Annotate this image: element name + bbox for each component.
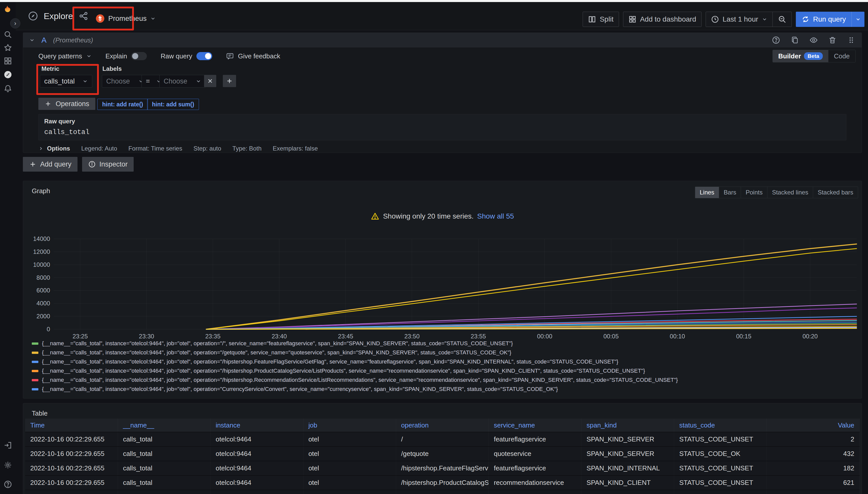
legend-item[interactable]: {__name__="calls_total", instance="otelc…	[32, 357, 859, 366]
column-header-service-name[interactable]: service_name	[489, 419, 581, 432]
column-header-status-code[interactable]: status_code	[674, 419, 767, 432]
sign-in-icon[interactable]	[3, 440, 13, 450]
legend-item[interactable]: {__name__="calls_total", instance="otelc…	[32, 366, 859, 376]
sidebar-expand-button[interactable]: ›	[10, 18, 20, 28]
run-query-button[interactable]: Run query	[796, 12, 865, 27]
table-cell: otelcol:9464	[211, 490, 303, 494]
share-icon[interactable]	[78, 11, 89, 21]
table-cell: /hipstershop.ProductCatalogS...	[396, 476, 489, 490]
query-hint-button[interactable]: hint: add rate()	[97, 99, 148, 110]
compass-icon[interactable]	[3, 70, 13, 80]
code-option[interactable]: Code	[828, 50, 855, 62]
column-header-value[interactable]: Value	[767, 419, 860, 432]
column-header-instance[interactable]: instance	[211, 419, 303, 432]
legend-item[interactable]: {__name__="calls_total", instance="otelc…	[32, 385, 859, 394]
table-cell: STATUS_CODE_UNSET	[674, 432, 767, 446]
graph-panel-title: Graph	[32, 187, 50, 195]
table-cell: /	[396, 432, 489, 446]
table-row[interactable]: 2022-10-16 00:22:29.655calls_totalotelco…	[25, 432, 860, 446]
label-name-select[interactable]: Choose	[102, 75, 148, 88]
table-cell: 621	[767, 476, 860, 490]
graph-mode-stacked-lines[interactable]: Stacked lines	[767, 187, 813, 198]
show-all-series-link[interactable]: Show all 55	[477, 212, 514, 220]
svg-text:8000: 8000	[37, 274, 50, 281]
table-cell: otel	[303, 476, 396, 490]
column-header-time[interactable]: Time	[25, 419, 118, 432]
label-value-select[interactable]: Choose	[159, 75, 205, 88]
table-cell: STATUS_CODE_OK	[674, 447, 767, 461]
legend-item[interactable]: {__name__="calls_total", instance="otelc…	[32, 348, 859, 357]
add-to-dashboard-button[interactable]: Add to dashboard	[623, 12, 702, 27]
sidebar	[0, 2, 16, 494]
query-help-icon[interactable]	[772, 36, 780, 44]
gear-icon[interactable]	[3, 460, 13, 470]
table-row[interactable]: 2022-10-16 00:22:29.655calls_totalotelco…	[25, 490, 860, 494]
help-icon[interactable]	[3, 479, 13, 490]
query-option-summary: Step: auto	[193, 145, 221, 152]
column-header-operation[interactable]: operation	[396, 419, 489, 432]
svg-text:12000: 12000	[33, 248, 50, 255]
column-header--name-[interactable]: __name__	[118, 419, 211, 432]
bell-icon[interactable]	[3, 83, 13, 93]
drag-handle-icon[interactable]	[847, 36, 855, 44]
inspector-button[interactable]: Inspector	[82, 157, 134, 172]
table-cell: 432	[767, 447, 860, 461]
add-label-filter-button[interactable]	[223, 75, 236, 87]
graph-mode-lines[interactable]: Lines	[695, 187, 719, 198]
datasource-name: Prometheus	[108, 15, 147, 23]
table-row[interactable]: 2022-10-16 00:22:29.655calls_totalotelco…	[25, 446, 860, 461]
split-button[interactable]: Split	[583, 12, 619, 27]
duplicate-query-icon[interactable]	[791, 36, 799, 44]
query-row-header[interactable]: A (Prometheus)	[23, 33, 862, 48]
chevron-down-icon	[150, 16, 156, 21]
column-header-job[interactable]: job	[303, 419, 396, 432]
add-query-button[interactable]: Add query	[23, 157, 77, 172]
remove-label-filter-button[interactable]	[204, 75, 216, 87]
query-patterns-dropdown[interactable]: Query patterns	[38, 52, 92, 60]
table-cell: 182	[767, 461, 860, 475]
legend-swatch	[32, 342, 38, 345]
run-query-caret[interactable]	[851, 12, 865, 27]
svg-text:23:45: 23:45	[338, 333, 353, 339]
table-cell: 2022-10-16 00:22:29.655	[25, 461, 118, 475]
query-option-summary: Legend: Auto	[81, 145, 117, 152]
star-icon[interactable]	[3, 43, 13, 53]
table-cell: SPAN_KIND_SERVER	[581, 490, 674, 494]
table-cell: SPAN_KIND_SERVER	[581, 432, 674, 446]
split-icon	[588, 15, 596, 23]
legend-label: {__name__="calls_total", instance="otelc…	[42, 340, 513, 347]
explore-compass-icon	[28, 11, 38, 21]
raw-query-toggle[interactable]	[196, 52, 212, 60]
zoom-out-button[interactable]	[773, 12, 792, 27]
operations-button[interactable]: Operations	[38, 98, 95, 110]
query-hint-button[interactable]: hint: add sum()	[147, 99, 199, 110]
metric-select[interactable]: calls_total	[40, 75, 92, 88]
graph-mode-points[interactable]: Points	[741, 187, 767, 198]
give-feedback-link[interactable]: Give feedback	[226, 52, 280, 60]
delete-query-icon[interactable]	[828, 36, 837, 44]
explain-toggle[interactable]	[131, 52, 147, 60]
svg-text:23:25: 23:25	[72, 333, 88, 339]
apps-icon[interactable]	[3, 56, 13, 66]
grafana-logo[interactable]	[2, 4, 13, 14]
legend-item[interactable]: {__name__="calls_total", instance="otelc…	[32, 339, 859, 348]
hide-query-icon[interactable]	[809, 36, 818, 44]
graph-mode-stacked-bars[interactable]: Stacked bars	[813, 187, 858, 198]
graph-canvas[interactable]: 0200040006000800010000120001400023:2523:…	[26, 230, 859, 339]
table-row[interactable]: 2022-10-16 00:22:29.655calls_totalotelco…	[25, 461, 860, 475]
topbar: Explore Prometheus Split Add to dashbo	[16, 2, 868, 30]
search-icon[interactable]	[3, 30, 13, 40]
builder-option[interactable]: Builder Beta	[773, 50, 828, 62]
legend-item[interactable]: {__name__="calls_total", instance="otelc…	[32, 376, 859, 385]
svg-text:23:40: 23:40	[272, 333, 287, 339]
legend-label: {__name__="calls_total", instance="otelc…	[42, 358, 618, 365]
graph-mode-bars[interactable]: Bars	[719, 187, 741, 198]
column-header-span-kind[interactable]: span_kind	[581, 419, 674, 432]
time-range-picker[interactable]: Last 1 hour	[706, 12, 773, 27]
table-cell: recommendationservice	[489, 476, 581, 490]
table-cell: 2022-10-16 00:22:29.655	[25, 490, 118, 494]
datasource-picker[interactable]: Prometheus	[92, 11, 159, 26]
options-collapser[interactable]: Options	[38, 145, 70, 152]
refresh-icon	[801, 15, 810, 23]
table-row[interactable]: 2022-10-16 00:22:29.655calls_totalotelco…	[25, 475, 860, 490]
